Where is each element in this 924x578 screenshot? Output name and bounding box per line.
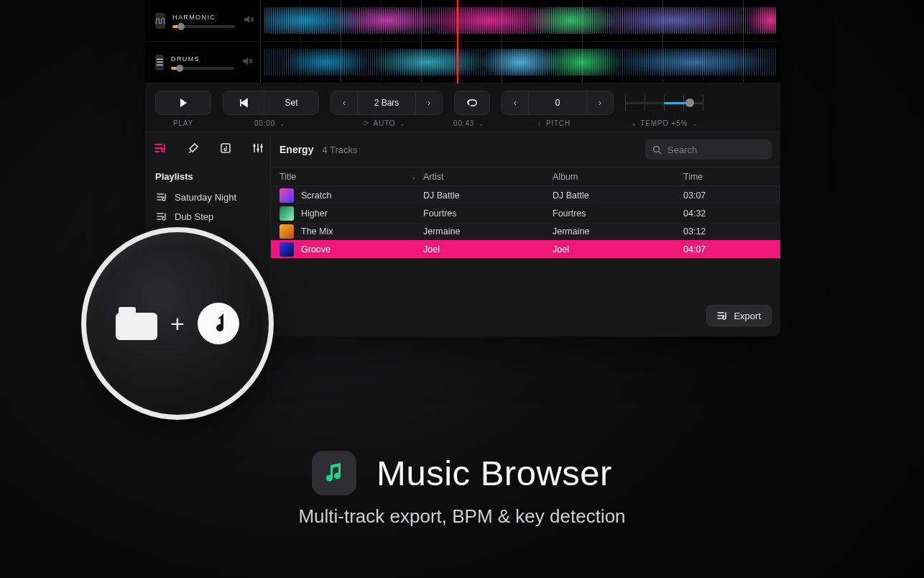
loop-time-label[interactable]: 00:43⌄	[451, 119, 487, 127]
playlist-icon	[157, 193, 167, 202]
cell-album: Joel	[553, 244, 683, 254]
cell-time: 04:32	[683, 208, 772, 219]
search-placeholder: Search	[667, 144, 697, 155]
hero: Music Browser Multi-track export, BPM & …	[0, 451, 924, 528]
col-title[interactable]: Title⌄	[279, 168, 423, 185]
track: ⎍⎍ HARMONIC	[145, 0, 780, 42]
col-artist[interactable]: Artist	[423, 168, 553, 185]
pitch-value[interactable]: 0	[528, 91, 587, 114]
tempo-label[interactable]: ⟁TEMPO +5%⌄	[621, 119, 698, 127]
plus-icon: +	[170, 310, 185, 338]
bars-stepper: ‹ 2 Bars ›	[331, 91, 443, 115]
export-button[interactable]: Export	[706, 305, 772, 326]
music-note-icon	[198, 303, 239, 344]
export-icon	[717, 311, 728, 321]
waveform[interactable]	[260, 42, 780, 83]
cue-set-group: Set	[223, 91, 319, 115]
cell-album: Fourtres	[553, 208, 683, 219]
hero-music-icon	[312, 451, 356, 495]
cell-artist: DJ Battle	[423, 191, 553, 201]
pitch-down-button[interactable]: ‹	[502, 91, 528, 114]
cell-time: 03:12	[683, 226, 772, 237]
pitch-stepper: ‹ 0 ›	[502, 91, 614, 115]
play-label: PLAY	[155, 119, 211, 127]
pitch-label: ♪PITCH	[499, 119, 609, 127]
table-row[interactable]: Higher Fourtres Fourtres 04:32	[271, 204, 780, 222]
tempo-slider[interactable]	[625, 91, 703, 115]
table-row[interactable]: Groove Joel Joel 04:07	[271, 240, 780, 258]
mute-icon[interactable]	[243, 14, 254, 28]
track-list: Energy 4 Tracks Search Title⌄ Artist Alb…	[271, 132, 780, 336]
waveform[interactable]	[260, 0, 780, 41]
waveform-tracks: ⎍⎍ HARMONIC ☰ DRUMS	[145, 0, 780, 83]
cell-artist: Fourtres	[423, 208, 553, 219]
column-headers: Title⌄ Artist Album Time	[271, 168, 780, 186]
album-art	[279, 188, 294, 203]
col-time[interactable]: Time	[683, 168, 772, 185]
mute-icon[interactable]	[241, 55, 253, 70]
col-album[interactable]: Album	[553, 168, 683, 185]
transport-bar: Set ‹ 2 Bars › ‹ 0 › PLAY	[145, 83, 780, 132]
playlists-tab-icon[interactable]	[154, 142, 167, 157]
album-art	[279, 242, 294, 257]
cell-artist: Jermaine	[423, 226, 553, 237]
track-name: HARMONIC	[172, 14, 236, 21]
skip-start-button[interactable]	[223, 91, 264, 114]
playhead[interactable]	[457, 0, 458, 83]
auto-label[interactable]: ⟳AUTO⌄	[329, 119, 440, 127]
cell-title: Higher	[301, 208, 328, 219]
time-label[interactable]: 00:00⌄	[223, 119, 318, 127]
folder-icon	[116, 307, 157, 340]
track-name: DRUMS	[171, 55, 234, 63]
pitch-up-button[interactable]: ›	[587, 91, 613, 114]
play-button[interactable]	[155, 91, 211, 115]
svg-rect-0	[221, 144, 230, 152]
table-row[interactable]: The Mix Jermaine Jermaine 03:12	[271, 222, 780, 240]
table-row[interactable]: Scratch DJ Battle DJ Battle 03:07	[271, 186, 780, 204]
track-type-icon: ☰	[155, 55, 164, 70]
mic-tab-icon[interactable]	[186, 142, 200, 157]
folder-plus-music-badge: +	[81, 227, 274, 420]
track-volume-slider[interactable]	[172, 25, 236, 28]
cell-album: Jermaine	[553, 226, 683, 237]
track: ☰ DRUMS	[145, 42, 780, 83]
cell-time: 03:07	[683, 191, 772, 201]
search-icon	[652, 145, 662, 155]
track-volume-slider[interactable]	[171, 67, 234, 70]
cell-artist: Joel	[423, 244, 553, 254]
bars-prev-button[interactable]: ‹	[331, 91, 357, 114]
svg-point-4	[654, 146, 660, 152]
mixer-tab-icon[interactable]	[251, 142, 264, 157]
bars-next-button[interactable]: ›	[416, 91, 442, 114]
cell-album: DJ Battle	[553, 191, 683, 201]
set-cue-button[interactable]: Set	[264, 91, 318, 114]
cell-title: The Mix	[301, 226, 333, 237]
cell-title: Groove	[301, 244, 331, 254]
cell-time: 04:07	[683, 244, 772, 254]
search-input[interactable]: Search	[645, 139, 772, 160]
sidebar-item[interactable]: Dub Step	[152, 207, 266, 226]
playlist-icon	[157, 212, 167, 221]
track-count: 4 Tracks	[322, 144, 357, 155]
library-tab-icon[interactable]	[218, 142, 232, 157]
cell-title: Scratch	[301, 191, 331, 201]
album-art	[279, 206, 294, 221]
hero-title: Music Browser	[376, 453, 612, 493]
svg-point-1	[253, 144, 256, 147]
hero-subtitle: Multi-track export, BPM & key detection	[298, 505, 625, 528]
album-art	[279, 224, 294, 239]
track-type-icon: ⎍⎍	[155, 13, 165, 29]
bars-value[interactable]: 2 Bars	[357, 91, 416, 114]
sidebar-title: Playlists	[152, 167, 266, 188]
sidebar-item[interactable]: Saturday Night	[152, 188, 266, 207]
svg-point-3	[260, 145, 263, 148]
svg-point-2	[257, 148, 259, 151]
playlist-title: Energy	[279, 144, 313, 155]
loop-button[interactable]	[454, 91, 490, 115]
